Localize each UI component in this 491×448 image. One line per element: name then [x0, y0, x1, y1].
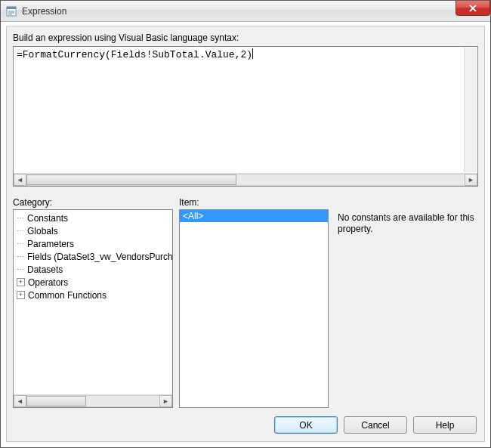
item-panel: Item: <All>	[179, 197, 329, 408]
list-item[interactable]: <All>	[180, 210, 328, 222]
scroll-left-arrow[interactable]: ◄	[14, 174, 26, 186]
expand-toggle-icon[interactable]: +	[17, 291, 25, 299]
expand-toggle-icon[interactable]: +	[17, 278, 25, 286]
category-label: Category:	[13, 197, 173, 208]
description-spacer	[335, 197, 478, 208]
titlebar[interactable]: Expression	[1, 1, 490, 22]
category-tree[interactable]: ⋯Constants⋯Globals⋯Parameters⋯Fields (Da…	[13, 209, 173, 408]
tree-item[interactable]: +Operators	[14, 276, 172, 289]
tree-leaf-icon: ⋯	[17, 265, 25, 273]
category-hscrollbar[interactable]: ◄ ►	[14, 394, 172, 407]
tree-item[interactable]: ⋯Fields (DataSet3_vw_VendorsPurchases)	[14, 250, 172, 263]
close-button[interactable]	[455, 1, 490, 16]
svg-rect-1	[7, 7, 16, 9]
close-icon	[468, 5, 477, 12]
tree-item-label: Constants	[27, 213, 68, 224]
tree-leaf-icon: ⋯	[17, 227, 25, 235]
expression-value: =FormatCurrency(Fields!SubTotal.Value,2)	[17, 49, 252, 60]
picker-row: Category: ⋯Constants⋯Globals⋯Parameters⋯…	[13, 197, 478, 408]
text-caret	[252, 48, 253, 59]
tree-leaf-icon: ⋯	[17, 252, 25, 261]
item-label: Item:	[179, 197, 329, 208]
tree-item[interactable]: ⋯Globals	[14, 224, 172, 237]
tree-item[interactable]: ⋯Datasets	[14, 263, 172, 276]
description-text: No constants are available for this prop…	[335, 209, 478, 408]
description-panel: No constants are available for this prop…	[335, 197, 478, 408]
scroll-right-arrow[interactable]: ►	[159, 395, 172, 407]
tree-item-label: Globals	[27, 226, 58, 236]
vertical-scroll-area[interactable]	[464, 48, 477, 172]
tree-item-label: Parameters	[27, 239, 74, 249]
tree-item-label: Fields (DataSet3_vw_VendorsPurchases)	[27, 252, 172, 262]
dialog-buttons: OK Cancel Help	[274, 416, 477, 434]
item-list[interactable]: <All>	[179, 209, 329, 408]
tree-item[interactable]: ⋯Parameters	[14, 237, 172, 250]
expression-text[interactable]: =FormatCurrency(Fields!SubTotal.Value,2)	[14, 47, 477, 173]
ok-button[interactable]: OK	[274, 416, 338, 434]
scroll-track[interactable]	[26, 174, 465, 186]
tree-item-label: Common Functions	[28, 290, 107, 301]
tree-leaf-icon: ⋯	[17, 239, 25, 248]
expression-editor[interactable]: =FormatCurrency(Fields!SubTotal.Value,2)…	[13, 46, 478, 187]
tree-leaf-icon: ⋯	[17, 214, 25, 222]
tree-item[interactable]: +Common Functions	[14, 289, 172, 301]
app-icon	[5, 5, 17, 17]
scroll-left-arrow[interactable]: ◄	[14, 395, 26, 407]
instruction-label: Build an expression using Visual Basic l…	[13, 32, 239, 43]
scroll-track[interactable]	[26, 395, 159, 407]
client-area: Build an expression using Visual Basic l…	[6, 26, 485, 442]
cancel-button[interactable]: Cancel	[344, 416, 407, 434]
scroll-thumb[interactable]	[26, 396, 86, 406]
tree-item[interactable]: ⋯Constants	[14, 212, 172, 224]
scroll-thumb[interactable]	[26, 175, 236, 185]
scroll-right-arrow[interactable]: ►	[465, 174, 477, 186]
tree-item-label: Datasets	[27, 264, 63, 275]
tree-item-label: Operators	[28, 277, 68, 288]
help-button[interactable]: Help	[413, 416, 477, 434]
expression-dialog: Expression Build an expression using Vis…	[0, 0, 491, 448]
category-panel: Category: ⋯Constants⋯Globals⋯Parameters⋯…	[13, 197, 173, 408]
expression-hscrollbar[interactable]: ◄ ►	[14, 173, 477, 186]
window-title: Expression	[22, 6, 66, 17]
